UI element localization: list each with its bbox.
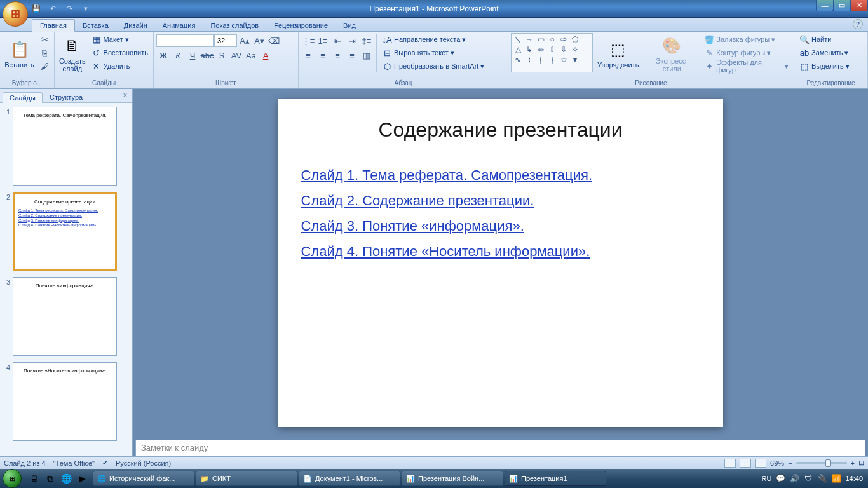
tab-design[interactable]: Дизайн — [116, 20, 155, 31]
start-button[interactable]: ⊞ — [0, 469, 24, 488]
layout-button[interactable]: ▦Макет ▾ — [89, 33, 151, 46]
shape-curve[interactable]: ∿ — [513, 55, 523, 64]
align-left-button[interactable]: ≡ — [301, 49, 315, 62]
save-icon[interactable]: 💾 — [29, 2, 43, 16]
taskbar-item[interactable]: 📊Презентация Войн... — [402, 471, 503, 486]
ql-switch[interactable]: ⧉ — [43, 470, 58, 487]
shape-brace2[interactable]: } — [547, 55, 557, 64]
shapes-gallery[interactable]: ＼ → ▭ ○ ⇨ ⬠ △ ↳ ⇦ ⇧ ⇩ ✧ ∿ ⌇ { } ☆ ▾ — [511, 33, 593, 72]
slide-hyperlink[interactable]: Слайд 2. Содержание презентации. — [301, 193, 700, 209]
slide-hyperlink[interactable]: Слайд 3. Понятие «информация». — [301, 218, 700, 234]
shape-arrow[interactable]: → — [524, 35, 534, 44]
tray-lang[interactable]: RU — [762, 475, 772, 482]
tray-icon[interactable]: 📶 — [831, 473, 841, 484]
char-spacing-button[interactable]: AV — [229, 49, 243, 62]
normal-view-button[interactable] — [724, 459, 736, 468]
bullets-button[interactable]: ⋮≡ — [301, 34, 315, 47]
ql-player[interactable]: ▶ — [74, 470, 90, 487]
notes-area[interactable]: Заметки к слайду — [135, 440, 865, 456]
slide-hyperlink[interactable]: Слайд 1. Тема реферата. Самопрезентация. — [301, 167, 700, 184]
slideshow-view-button[interactable] — [755, 459, 766, 468]
fit-button[interactable]: ⊡ — [858, 459, 864, 467]
italic-button[interactable]: К — [171, 49, 185, 62]
ql-ie[interactable]: 🌐 — [58, 470, 74, 487]
tab-outline[interactable]: Структура — [43, 92, 90, 102]
slide-thumbnail[interactable]: Тема реферата. Самопрезентация. — [13, 107, 117, 186]
smartart-button[interactable]: ⬡Преобразовать в SmartArt ▾ — [379, 60, 487, 72]
shape-rect[interactable]: ▭ — [536, 35, 546, 44]
tab-review[interactable]: Рецензирование — [266, 20, 336, 31]
slide-thumbnail[interactable]: Понятие «информация». — [13, 277, 117, 356]
shape-connector[interactable]: ↳ — [524, 45, 534, 54]
tab-insert[interactable]: Вставка — [75, 20, 116, 31]
find-button[interactable]: 🔍Найти — [797, 33, 852, 46]
shrink-font-button[interactable]: A▾ — [252, 34, 266, 47]
slide-thumbnail[interactable]: Понятие «Носитель информации». — [13, 362, 117, 441]
spellcheck-icon[interactable]: ✔ — [102, 459, 108, 467]
slide-thumbnail[interactable]: Содержание презентацииСлайд 1. Тема рефе… — [13, 192, 117, 271]
justify-button[interactable]: ≡ — [345, 49, 359, 62]
shape-brace[interactable]: { — [536, 55, 546, 64]
ql-desktop[interactable]: 🖥 — [27, 470, 42, 487]
shape-arrow3[interactable]: ⇧ — [547, 45, 557, 54]
taskbar-item[interactable]: 📊Презентация1 — [505, 471, 606, 486]
shape-line[interactable]: ＼ — [513, 35, 523, 44]
slide-area[interactable]: Содержание презентации Слайд 1. Тема реф… — [133, 89, 868, 437]
zoom-level[interactable]: 69% — [770, 459, 784, 467]
line-spacing-button[interactable]: ‡≡ — [360, 34, 374, 47]
slide-body[interactable]: Слайд 1. Тема реферата. Самопрезентация.… — [301, 167, 700, 260]
columns-button[interactable]: ▥ — [360, 49, 374, 62]
slide-title[interactable]: Содержание презентации — [301, 118, 700, 142]
shape-ellipse[interactable]: ○ — [547, 35, 557, 44]
cut-button[interactable]: ✂ — [37, 33, 51, 46]
new-slide-button[interactable]: 🗎 Создать слайд — [57, 33, 88, 75]
select-button[interactable]: ⬚Выделить ▾ — [797, 60, 852, 72]
quick-styles-button[interactable]: 🎨 Экспресс-стили — [643, 33, 700, 75]
redo-icon[interactable]: ↷ — [62, 2, 76, 16]
qat-more-icon[interactable]: ▾ — [79, 2, 93, 16]
tray-icon[interactable]: 💬 — [775, 473, 785, 484]
bold-button[interactable]: Ж — [156, 49, 170, 62]
zoom-in-button[interactable]: + — [851, 459, 855, 467]
dec-indent-button[interactable]: ⇤ — [330, 34, 344, 47]
align-right-button[interactable]: ≡ — [330, 49, 344, 62]
replace-button[interactable]: abЗаменить ▾ — [797, 46, 852, 59]
delete-button[interactable]: ✕Удалить — [89, 60, 151, 72]
arrange-button[interactable]: ⬚ Упорядочить — [594, 33, 642, 75]
tab-view[interactable]: Вид — [336, 20, 363, 31]
shape-expand[interactable]: ▾ — [570, 55, 580, 64]
shape-arrow4[interactable]: ⇩ — [559, 45, 569, 54]
font-color-button[interactable]: A — [259, 49, 273, 62]
shape-tri[interactable]: △ — [513, 45, 523, 54]
format-painter-button[interactable]: 🖌 — [37, 60, 51, 72]
underline-button[interactable]: Ч — [186, 49, 200, 62]
change-case-button[interactable]: Aa — [244, 49, 258, 62]
tab-slides[interactable]: Слайды — [3, 92, 43, 103]
shape-effects-button[interactable]: ✦Эффекты для фигур ▾ — [702, 60, 791, 72]
grow-font-button[interactable]: A▴ — [238, 34, 252, 47]
text-direction-button[interactable]: ↕AНаправление текста ▾ — [379, 33, 487, 46]
numbering-button[interactable]: 1≡ — [316, 34, 330, 47]
minimize-button[interactable]: — — [816, 0, 834, 11]
align-text-button[interactable]: ⊟Выровнять текст ▾ — [379, 46, 487, 59]
reset-button[interactable]: ↺Восстановить — [89, 46, 151, 59]
sorter-view-button[interactable] — [740, 459, 751, 468]
tab-animation[interactable]: Анимация — [155, 20, 203, 31]
align-center-button[interactable]: ≡ — [316, 49, 330, 62]
inc-indent-button[interactable]: ⇥ — [345, 34, 359, 47]
office-button[interactable]: ⊞ — [3, 1, 28, 27]
status-lang[interactable]: Русский (Россия) — [116, 459, 171, 467]
tray-icon[interactable]: 🔊 — [789, 473, 799, 484]
shape-more[interactable]: ⇨ — [559, 35, 569, 44]
font-size-input[interactable] — [214, 34, 237, 47]
shape-fill-button[interactable]: 🪣Заливка фигуры ▾ — [702, 33, 791, 46]
tab-slideshow[interactable]: Показ слайдов — [203, 20, 266, 31]
clear-format-button[interactable]: ⌫ — [267, 34, 281, 47]
panel-close-icon[interactable]: × — [121, 91, 130, 100]
tray-icon[interactable]: 🔌 — [817, 473, 827, 484]
tray-icon[interactable]: 🛡 — [803, 473, 813, 484]
shape-callout[interactable]: ☆ — [559, 55, 569, 64]
tab-home[interactable]: Главная — [32, 19, 75, 32]
close-button[interactable]: ✕ — [850, 0, 868, 11]
taskbar-item[interactable]: 🌐Исторический фак... — [93, 471, 194, 486]
